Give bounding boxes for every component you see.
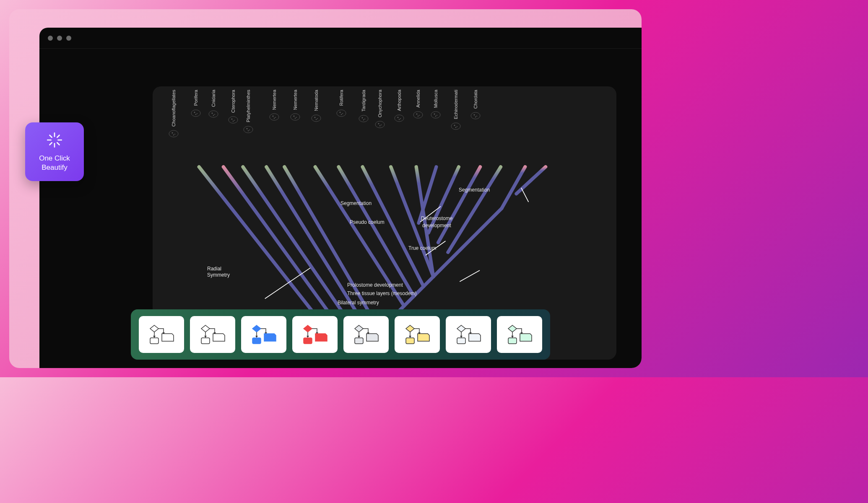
svg-point-64	[363, 119, 364, 120]
svg-marker-117	[508, 325, 517, 332]
svg-point-68	[379, 125, 380, 126]
svg-point-48	[274, 118, 275, 119]
svg-rect-107	[355, 338, 363, 344]
taxon-label: Nematoda	[314, 90, 319, 111]
annotation-7: Symmetry	[207, 272, 230, 278]
taxon-15: Chordata	[467, 90, 484, 121]
svg-point-31	[197, 113, 198, 114]
style-option-pale[interactable]	[446, 316, 491, 353]
style-option-blue[interactable]	[241, 316, 286, 353]
sparkle-icon	[46, 131, 63, 150]
svg-point-57	[337, 110, 346, 117]
window-close-icon[interactable]	[48, 36, 53, 41]
svg-point-26	[172, 132, 173, 134]
svg-point-45	[270, 114, 279, 120]
svg-point-67	[381, 124, 382, 125]
svg-point-35	[214, 114, 215, 115]
taxon-label: Tardigrada	[361, 90, 366, 111]
svg-point-52	[295, 118, 296, 119]
taxa-row: ChoanoflagellatesPoriferaCnidariaCteroph…	[153, 90, 616, 144]
svg-point-59	[342, 113, 343, 114]
svg-point-34	[212, 112, 213, 114]
svg-point-72	[399, 119, 400, 120]
taxon-label: Rotifera	[339, 90, 344, 106]
taxon-label: Onychophora	[377, 90, 382, 117]
svg-point-40	[233, 121, 234, 122]
svg-point-87	[476, 116, 477, 117]
style-option-default-outline[interactable]	[139, 316, 184, 353]
svg-point-50	[294, 116, 295, 117]
annotation-10: Bilateral symmetry	[338, 300, 379, 306]
svg-point-58	[340, 111, 341, 113]
taxon-9: Tardigrada	[355, 90, 372, 124]
taxon-label: Arthopoda	[397, 90, 402, 111]
svg-point-88	[475, 117, 476, 117]
svg-point-65	[375, 121, 385, 128]
svg-point-49	[291, 114, 300, 120]
organism-icon	[167, 128, 180, 139]
svg-line-16	[516, 167, 546, 194]
taxon-7: Nematoda	[308, 90, 325, 124]
svg-line-17	[265, 268, 310, 298]
taxon-1: Porifera	[187, 90, 204, 119]
taxon-4: Platyhelminthes	[240, 90, 257, 135]
svg-point-27	[174, 134, 175, 135]
organism-icon	[469, 110, 482, 121]
style-option-default-outline-2[interactable]	[190, 316, 235, 353]
taxon-11: Arthopoda	[391, 90, 408, 124]
svg-point-84	[455, 127, 456, 128]
svg-line-127	[49, 143, 52, 145]
svg-point-42	[247, 128, 248, 129]
annotation-1: Segmentation	[340, 200, 372, 206]
taxon-label: Annelida	[416, 90, 421, 108]
organism-icon	[268, 111, 281, 122]
one-click-beautify-button[interactable]: One ClickBeautify	[25, 122, 84, 181]
organism-icon	[412, 109, 424, 120]
taxon-label: Nemertea	[272, 90, 277, 110]
svg-point-53	[312, 115, 321, 122]
style-option-light-gray[interactable]	[343, 316, 389, 353]
style-option-mint[interactable]	[497, 316, 542, 353]
svg-point-36	[213, 115, 214, 116]
style-option-yellow[interactable]	[395, 316, 440, 353]
svg-marker-109	[406, 325, 414, 332]
svg-line-125	[49, 135, 52, 137]
titlebar	[39, 28, 642, 49]
taxon-0: Choanoflagellates	[165, 90, 182, 139]
svg-point-66	[378, 123, 379, 124]
taxon-5: Nemertea	[266, 90, 283, 122]
svg-point-86	[474, 114, 475, 116]
svg-point-79	[437, 115, 437, 116]
svg-rect-91	[150, 338, 159, 344]
window-minimize-icon[interactable]	[57, 36, 62, 41]
svg-point-56	[316, 119, 317, 120]
svg-point-43	[249, 130, 250, 130]
svg-point-38	[231, 119, 233, 120]
svg-marker-97	[252, 325, 261, 332]
annotation-0: Segmentation	[459, 187, 490, 193]
organism-icon	[357, 113, 370, 124]
annotation-5: True coelum	[408, 245, 436, 251]
annotation-2: Pseudo coelum	[350, 219, 385, 225]
svg-point-47	[275, 117, 276, 118]
taxon-label: Porifera	[193, 90, 198, 106]
organism-icon	[429, 109, 442, 120]
svg-marker-101	[304, 325, 312, 332]
svg-point-41	[244, 126, 253, 133]
taxon-label: Mollusca	[433, 90, 438, 108]
style-option-red[interactable]	[292, 316, 338, 353]
svg-point-75	[419, 115, 420, 116]
annotation-9: Three tissue layers (mesodem)	[347, 290, 416, 296]
svg-line-21	[521, 188, 528, 202]
style-tray	[131, 309, 550, 360]
svg-point-82	[454, 125, 455, 126]
annotation-4: development	[422, 223, 451, 228]
svg-line-20	[460, 270, 480, 282]
taxon-label: Choanoflagellates	[171, 90, 176, 127]
organism-icon	[310, 113, 322, 124]
svg-point-32	[195, 114, 196, 114]
window-maximize-icon[interactable]	[66, 36, 71, 41]
organism-icon	[190, 108, 202, 119]
svg-point-70	[398, 117, 399, 118]
svg-rect-95	[201, 338, 210, 344]
